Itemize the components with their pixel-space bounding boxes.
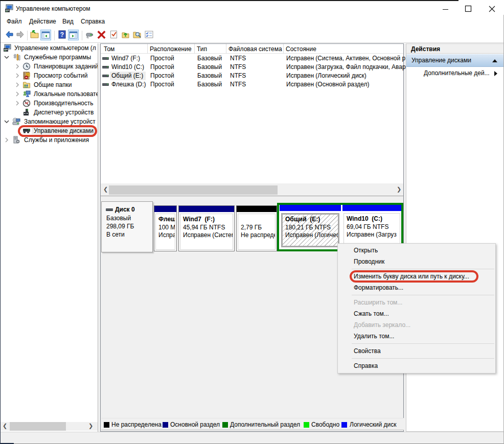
svg-text:?: ? (60, 31, 64, 38)
svg-text:!: ! (27, 73, 28, 77)
